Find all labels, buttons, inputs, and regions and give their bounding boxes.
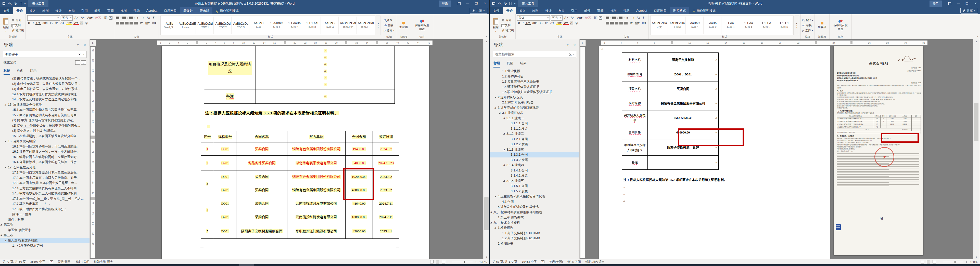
expander-icon[interactable]: ◢ xyxy=(495,225,496,231)
save-icon[interactable] xyxy=(3,2,5,5)
clear-format-button[interactable]: A⌫ xyxy=(94,16,102,20)
zoom-slider[interactable] xyxy=(943,262,963,262)
expander-icon[interactable]: ◢ xyxy=(0,222,2,228)
table-row[interactable]: 合同价格600000.00 ↵ xyxy=(622,125,718,139)
language-indicator[interactable]: 英语(美国) xyxy=(57,260,72,264)
nav-tab-页面[interactable]: 页面 xyxy=(17,68,24,75)
nav-item[interactable]: 17.6 本合同一式_拾__份，甲方执_捌__份，乙方... xyxy=(0,196,89,201)
nav-item[interactable]: 17.1 本合同自双方加盖合同专用章或公章后生... xyxy=(0,170,89,175)
expander-icon[interactable]: ◢ xyxy=(490,210,492,215)
word-count[interactable]: 38697 个字 xyxy=(30,260,45,264)
expander-icon[interactable]: ◢ xyxy=(503,116,505,121)
nav-item[interactable]: 16.4 合同解除后，本合同中的有关结算、保密... xyxy=(0,160,89,165)
nav-item[interactable]: 3.1.5.2 发票 xyxy=(490,189,579,194)
customize-qat-icon[interactable]: ▾ xyxy=(514,3,515,5)
distribute-icon[interactable] xyxy=(134,22,138,24)
highlight-button[interactable]: ab▾ xyxy=(556,21,562,25)
bullets-icon[interactable] xyxy=(116,17,119,19)
nav-item[interactable]: 3.1.2.1 合同 xyxy=(490,136,579,142)
nav-dropdown-icon[interactable]: ˅ xyxy=(77,43,79,47)
next-result-button[interactable]: ⌄ xyxy=(81,60,86,65)
scroll-up-icon[interactable]: ▲ xyxy=(484,39,490,44)
nav-item[interactable]: 1.1 离子交换树脂-D001MB xyxy=(490,231,579,236)
expander-icon[interactable]: ◢ xyxy=(495,194,496,199)
tell-me-search[interactable]: 操作说明搜索 xyxy=(212,7,242,14)
ribbon-tab-Acrobat[interactable]: Acrobat xyxy=(143,7,161,14)
font-size-combo[interactable]: 五号▾ xyxy=(61,15,73,21)
nav-item[interactable]: 3.1.3.1 合同 xyxy=(490,152,579,157)
undo-icon[interactable]: ↶▾ xyxy=(498,2,501,5)
align-left-icon[interactable] xyxy=(116,22,119,24)
nav-item[interactable]: 1.3 质量管理体系认证证书 xyxy=(490,79,579,84)
superscript-button[interactable]: x² xyxy=(54,21,59,25)
save-icon[interactable] xyxy=(492,2,495,5)
nav-item[interactable]: (2) 由传真传送，收到成功发送确认后的第一个... xyxy=(0,76,89,81)
copy-button[interactable]: 复制 xyxy=(11,23,24,27)
nav-item[interactable]: ◢3 近年完成的类似项目情况表 xyxy=(490,105,579,111)
nav-item[interactable]: 15.1 本合同适用中华人民共和国法律并依照其... xyxy=(0,107,89,112)
replace-button[interactable]: ab替换 xyxy=(384,23,395,27)
style-chip[interactable]: 1.1.1.1标题 6 xyxy=(776,17,793,34)
nav-item[interactable]: 3.1.4.1 合同 xyxy=(490,168,579,173)
tab-selector-box[interactable]: L xyxy=(580,40,586,46)
font-color-button[interactable]: A▾ xyxy=(563,21,569,25)
page-indicator[interactable]: 第 77 页, 共 86 页 xyxy=(3,260,26,264)
show-marks-icon[interactable]: ¶ xyxy=(152,16,155,20)
subscript-button[interactable]: x₂ xyxy=(539,21,543,25)
nav-item[interactable]: 16.1 本合同经双方协商一致，可以书面形式做... xyxy=(0,144,89,149)
subscript-button[interactable]: x₂ xyxy=(49,21,54,25)
shading-icon[interactable]: ▨▾ xyxy=(634,21,640,25)
align-left-icon[interactable] xyxy=(606,22,609,24)
nav-item[interactable]: 5 近年发生的诉讼及仲裁情况 xyxy=(490,204,579,210)
nav-item[interactable]: ◢4 正在供货和新承接的项目情况表 xyxy=(490,194,579,199)
font-name-combo[interactable]: ▾ xyxy=(27,15,60,21)
style-chip[interactable]: AaBbCcDdEInstruct... xyxy=(179,17,196,34)
web-layout-icon[interactable] xyxy=(932,260,936,263)
style-chip[interactable]: AaBbCcDdTOC 3 xyxy=(232,17,250,34)
nav-item[interactable]: 3.1.5.1 合同 xyxy=(490,184,579,189)
zoom-out-icon[interactable]: − xyxy=(448,260,450,263)
read-mode-icon[interactable] xyxy=(430,260,434,263)
phonetic-guide-button[interactable]: 拼 xyxy=(593,16,598,20)
style-chip[interactable]: 1.1 AaBb标题 2 xyxy=(286,17,303,34)
table-row[interactable]: 买方联系人及电话0562-5868645 ↵ xyxy=(622,111,718,125)
sort-icon[interactable]: A↓ xyxy=(146,16,151,20)
nav-item[interactable]: 2 检测证书 xyxy=(490,241,579,246)
expander-icon[interactable]: ◢ xyxy=(503,178,505,184)
nav-tab-标题[interactable]: 标题 xyxy=(3,68,10,75)
align-right-icon[interactable] xyxy=(125,22,129,24)
font-name-combo[interactable]: 宋体▾ xyxy=(517,15,550,21)
style-chip[interactable]: 1.1.1 AaI标题 3 xyxy=(304,17,321,34)
ribbon-tab-设计[interactable]: 设计 xyxy=(542,7,555,14)
scroll-down-icon[interactable]: ▼ xyxy=(484,255,490,259)
nav-search-input[interactable]: 在文档中搜索 ˅ xyxy=(493,51,576,58)
style-chip[interactable]: AaBbCcDa正文 xyxy=(651,17,668,34)
select-button[interactable]: ▷选择▾ xyxy=(384,28,395,33)
nav-item[interactable]: 1.5 职业健康安全管理体系认证证书 xyxy=(490,89,579,95)
ribbon-tab-文件[interactable]: 文件 xyxy=(490,7,503,14)
language-indicator[interactable]: 英语(美国) xyxy=(549,260,563,264)
ribbon-tab-文件[interactable]: 文件 xyxy=(0,7,13,14)
ribbon-tab-表布局[interactable]: 表布局 xyxy=(196,7,213,14)
table-row[interactable]: D201买卖合同铜陵有色金属集团股份有限公司408000.002023.3.2 xyxy=(201,183,399,197)
style-chip[interactable]: AaBbCcDdTOC 1 xyxy=(197,17,214,34)
underline-button[interactable]: U▾ xyxy=(525,21,531,25)
nav-item[interactable]: 1、代理服务费承诺书 xyxy=(0,243,89,249)
decrease-indent-icon[interactable]: ⇤ xyxy=(625,16,630,20)
style-chip[interactable]: AaBbCcDdI表内正... xyxy=(358,17,374,34)
accessibility-indicator[interactable]: 辅助功能: 调查 xyxy=(585,260,605,264)
shrink-font-button[interactable]: A˅ xyxy=(570,16,575,20)
style-chip[interactable]: 1. AaBbC标题 1 xyxy=(268,17,285,34)
nav-item[interactable]: (3) 提交双方共同上级协调解决。 xyxy=(0,128,89,133)
format-painter-button[interactable]: 格式刷 xyxy=(11,28,24,33)
document-page[interactable]: 项目概况及投标人履约情况 ↵↵↵↵↵↵ 备注 ↵ 注：投标人应根据投标人须知第 … xyxy=(162,46,429,259)
table-row[interactable]: 5D001阴阳离子交换树脂采购合同华电福新江门能源有限公司42000.00202… xyxy=(201,224,399,239)
show-marks-icon[interactable]: ¶ xyxy=(642,16,645,20)
find-button[interactable]: 查找▾ xyxy=(384,18,395,22)
contracts-table[interactable]: 序号规格型号合同名称买方单位合同金额签订日期1D001买卖合同铜陵有色金属集团股… xyxy=(201,131,399,239)
share-button[interactable]: 共享▾ xyxy=(470,8,487,14)
ribbon-options-icon[interactable] xyxy=(455,0,463,7)
restore-button[interactable]: ❐ xyxy=(472,0,481,7)
ribbon-tab-Acrobat[interactable]: Acrobat xyxy=(633,7,651,14)
nav-item[interactable]: 15.3 在协调期间，本合同不涉及争议部分的条... xyxy=(0,133,89,139)
